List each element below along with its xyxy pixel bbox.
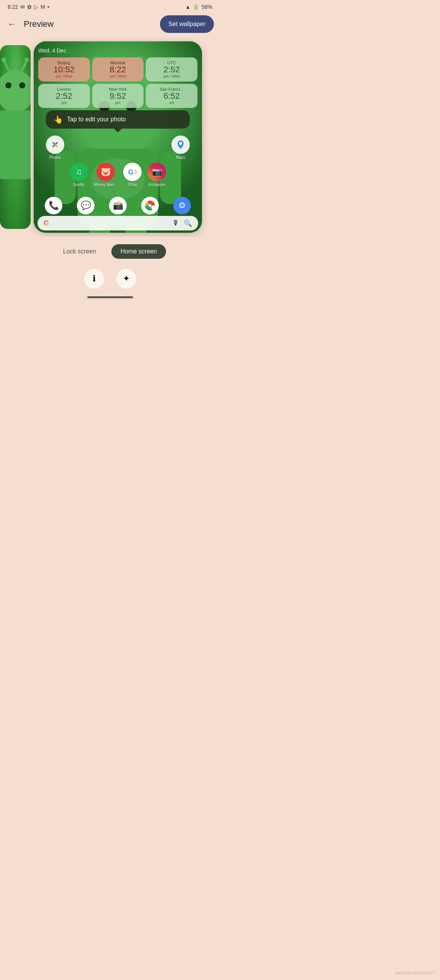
google-g-logo: G	[44, 219, 49, 227]
info-icon: ℹ	[93, 274, 96, 284]
header: ← Preview Set wallpaper	[0, 12, 220, 38]
dock-phone[interactable]: 📞	[45, 197, 62, 214]
app-photos[interactable]: Photos	[46, 136, 64, 160]
mid-app-row: ♫ Spotify 🐷 Money Man... G GPay	[38, 161, 197, 188]
preview-area: Wed, 4 Dec Beijing 10:52 pm / Wed Mumbai…	[0, 38, 220, 237]
dock-chrome[interactable]	[141, 197, 159, 214]
tooltip-text: Tap to edit your photo	[67, 116, 126, 123]
app-maps[interactable]: Maps	[171, 136, 190, 160]
gpay-icon: G	[123, 163, 142, 181]
app-gpay[interactable]: G GPay	[123, 163, 142, 187]
battery-icon: 🔋	[193, 4, 199, 10]
dock-messages[interactable]: 💬	[77, 197, 95, 214]
svg-point-2	[19, 82, 25, 88]
svg-point-6	[24, 57, 29, 62]
instagram-icon: 📷	[148, 163, 166, 181]
status-left: 8:22 ✉ ✿ ▷ M •	[8, 4, 49, 10]
hand-tap-icon: 👆	[54, 115, 63, 124]
clock-time: 2:52	[42, 91, 86, 101]
settings-icon: ⚙	[173, 197, 191, 214]
clock-widget-mumbai: Mumbai 8:22 pm / Wed	[92, 57, 144, 82]
clock-ampm: pm / Wed	[42, 74, 86, 78]
svg-point-22	[179, 142, 182, 145]
svg-point-26	[149, 204, 152, 207]
clock-ampm: pm	[96, 101, 140, 105]
search-mic-lens: 🎙 🔍	[172, 219, 192, 227]
m-icon: M	[41, 4, 45, 10]
dock-settings[interactable]: ⚙	[173, 197, 191, 214]
app-spotify[interactable]: ♫ Spotify	[70, 163, 88, 187]
svg-line-3	[4, 60, 8, 70]
app-dock: 📞 💬 📸	[37, 194, 198, 217]
header-left: ← Preview	[6, 18, 54, 31]
top-app-row: Photos Maps	[38, 131, 197, 161]
svg-point-0	[0, 70, 31, 112]
dot-icon: •	[47, 4, 49, 10]
phone-main-preview[interactable]: Wed, 4 Dec Beijing 10:52 pm / Wed Mumbai…	[34, 41, 202, 233]
clock-time: 2:52	[150, 65, 194, 74]
clock-time: 6:52	[150, 91, 194, 101]
sparkle-button[interactable]: ✦	[116, 269, 136, 289]
clock-widget-london: London 2:52 pm	[38, 84, 90, 108]
clock-ampm: ed	[150, 101, 194, 105]
phone-date: Wed, 4 Dec	[38, 47, 197, 54]
phone-icon: 📞	[45, 197, 62, 214]
clock-time: 8:22	[96, 65, 140, 74]
money-manager-icon: 🐷	[96, 163, 115, 181]
messages-icon: 💬	[77, 197, 95, 214]
lens-icon[interactable]: 🔍	[184, 219, 192, 227]
pinwheel-icon: ✿	[27, 4, 32, 10]
clock-time: 9:52	[96, 91, 140, 101]
clock-grid-top: Beijing 10:52 pm / Wed Mumbai 8:22 pm / …	[38, 57, 197, 82]
maps-icon	[171, 136, 190, 154]
bottom-action-icons: ℹ ✦	[0, 265, 220, 295]
photos-label: Photos	[49, 155, 61, 160]
back-button[interactable]: ←	[6, 18, 18, 31]
svg-rect-7	[0, 110, 31, 179]
time: 8:22	[8, 4, 18, 10]
set-wallpaper-button[interactable]: Set wallpaper	[160, 15, 214, 33]
svg-text:G: G	[128, 168, 134, 176]
info-button[interactable]: ℹ	[84, 269, 104, 289]
app-instagram[interactable]: 📷 Instagram	[148, 163, 166, 187]
page-title: Preview	[24, 19, 54, 29]
phone-side-preview	[0, 45, 31, 229]
home-indicator	[87, 296, 133, 298]
tab-home-screen[interactable]: Home screen	[111, 244, 166, 259]
phone-content: Wed, 4 Dec Beijing 10:52 pm / Wed Mumbai…	[34, 41, 202, 233]
spotify-label: Spotify	[73, 183, 85, 187]
svg-line-4	[22, 60, 27, 70]
tab-lock-screen[interactable]: Lock screen	[54, 244, 105, 259]
clock-ampm: pm	[42, 101, 86, 105]
sparkle-icon: ✦	[123, 274, 130, 284]
clock-widget-beijing: Beijing 10:52 pm / Wed	[38, 57, 90, 82]
chrome-icon	[141, 197, 159, 214]
google-search-bar[interactable]: G 🎙 🔍	[37, 216, 198, 230]
clock-time: 10:52	[42, 65, 86, 74]
clock-ampm: pm / Wed	[96, 74, 140, 78]
dock-camera[interactable]: 📸	[109, 197, 127, 214]
edit-photo-tooltip[interactable]: 👆 Tap to edit your photo	[46, 110, 190, 129]
money-manager-label: Money Man...	[94, 183, 117, 187]
screen-tab-switcher: Lock screen Home screen	[0, 237, 220, 265]
instagram-label: Instagram	[148, 183, 165, 187]
telegram-icon: ▷	[34, 4, 38, 10]
maps-label: Maps	[176, 155, 185, 160]
app-money-manager[interactable]: 🐷 Money Man...	[94, 163, 117, 187]
wifi-icon: ▲	[185, 4, 191, 10]
clock-widget-sf: San Franci... 6:52 ed	[146, 84, 197, 108]
photos-icon	[46, 136, 64, 154]
gpay-label: GPay	[128, 183, 137, 187]
clock-ampm: pm / Wed	[150, 74, 194, 78]
mic-icon[interactable]: 🎙	[172, 219, 179, 227]
clock-widget-utc: UTC 2:52 pm / Wed	[146, 57, 197, 82]
svg-point-1	[5, 82, 11, 88]
email-icon: ✉	[20, 4, 25, 10]
status-bar: 8:22 ✉ ✿ ▷ M • ▲ 🔋 56%	[0, 0, 220, 12]
svg-point-5	[2, 57, 6, 62]
clock-widget-newyork: New York 9:52 pm	[92, 84, 144, 108]
battery-percent: 56%	[202, 4, 212, 10]
camera-icon: 📸	[109, 197, 127, 214]
spotify-icon: ♫	[70, 163, 88, 181]
status-right: ▲ 🔋 56%	[185, 4, 212, 10]
